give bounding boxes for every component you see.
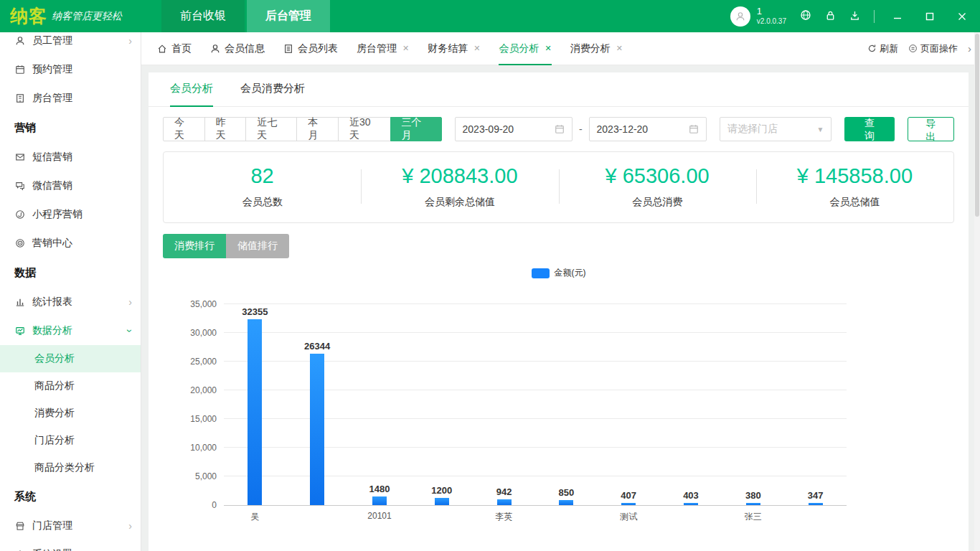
- tab-label: 会员信息: [225, 42, 265, 55]
- bar-value-label: 850: [559, 487, 575, 498]
- page-operations-button[interactable]: 页面操作: [908, 42, 958, 55]
- chart-bar[interactable]: [746, 503, 760, 505]
- legend-label: 金额(元): [555, 267, 586, 279]
- chart-plot-area: 05,00010,00015,00020,00025,00030,00035,0…: [224, 305, 847, 506]
- chevron-right-icon: ›: [128, 35, 132, 47]
- tab-close-icon[interactable]: ✕: [616, 44, 623, 53]
- vertical-scrollbar: [974, 32, 980, 551]
- date-range-separator: -: [579, 123, 583, 135]
- chart-gridline: [224, 303, 847, 304]
- start-date-input[interactable]: 2023-09-20: [455, 117, 573, 141]
- topbar-tab[interactable]: 前台收银: [161, 0, 245, 32]
- sidebar-subitem[interactable]: 消费分析: [0, 400, 141, 427]
- chart-bar[interactable]: [559, 500, 573, 505]
- refresh-button[interactable]: 刷新: [867, 42, 898, 55]
- x-axis-label: [784, 511, 847, 523]
- rank-tab[interactable]: 储值排行: [226, 234, 289, 258]
- page-tab[interactable]: 房台管理✕: [357, 32, 409, 65]
- quick-range-button[interactable]: 本月: [296, 117, 339, 141]
- sidebar-item[interactable]: 营销中心: [0, 229, 141, 258]
- sidebar-item[interactable]: 门店管理›: [0, 512, 141, 540]
- chart-bar[interactable]: [435, 498, 449, 505]
- analysis-subtab[interactable]: 会员分析: [170, 72, 213, 107]
- chart-bar[interactable]: [809, 503, 823, 505]
- logo-area: 纳客 纳客管店更轻松: [0, 0, 141, 32]
- analysis-subtab[interactable]: 会员消费分析: [240, 72, 305, 107]
- stat-value: 82: [250, 164, 273, 188]
- y-axis-tick: 25,000: [168, 357, 217, 367]
- avatar[interactable]: [730, 6, 750, 27]
- sidebar-item[interactable]: 小程序营销: [0, 200, 141, 229]
- sidebar-subitem[interactable]: 商品分析: [0, 372, 141, 400]
- minimize-icon[interactable]: [888, 7, 907, 26]
- chart-legend[interactable]: 金额(元): [149, 267, 969, 279]
- tab-close-icon[interactable]: ✕: [402, 44, 409, 53]
- rank-tab[interactable]: 消费排行: [163, 234, 226, 258]
- sidebar-section-header: 营销: [0, 113, 141, 143]
- export-button[interactable]: 导出: [908, 117, 954, 141]
- tab-close-icon[interactable]: ✕: [473, 44, 480, 53]
- quick-range-button[interactable]: 三个月: [390, 117, 442, 141]
- quick-range-button[interactable]: 今天: [163, 117, 205, 141]
- page-tab[interactable]: 消费分析✕: [570, 32, 623, 65]
- quick-range-button[interactable]: 近30天: [338, 117, 391, 141]
- sidebar-subitem[interactable]: 门店分析: [0, 427, 141, 454]
- y-axis-tick: 10,000: [168, 443, 217, 453]
- chart-bar[interactable]: [372, 496, 387, 505]
- sidebar-item-label: 员工管理: [32, 34, 72, 47]
- app-version: v2.0.0.37: [757, 17, 786, 26]
- chart-bar[interactable]: [310, 354, 324, 505]
- topbar-right: 1 v2.0.0.37: [730, 0, 980, 32]
- stat-item: ¥ 145858.00会员总储值: [756, 164, 953, 209]
- chart-bar[interactable]: [497, 499, 512, 505]
- sidebar-item[interactable]: 房台管理: [0, 84, 141, 113]
- sidebar-item[interactable]: 系统设置›: [0, 540, 141, 551]
- chart-bars: 323552634414801200942850407403380347: [224, 305, 847, 505]
- page-tab[interactable]: 首页: [157, 32, 192, 65]
- chart-bar[interactable]: [684, 503, 698, 505]
- store-select[interactable]: 请选择门店 ▼: [720, 117, 832, 141]
- sidebar-subitem[interactable]: 会员分析: [0, 345, 141, 372]
- main-area: 首页会员信息会员列表房台管理✕财务结算✕会员分析✕消费分析✕ 刷新 页面操作 ›…: [141, 32, 980, 551]
- store-select-placeholder: 请选择门店: [727, 123, 778, 136]
- end-date-input[interactable]: 2023-12-20: [589, 117, 707, 141]
- bar-value-label: 1480: [369, 484, 390, 494]
- building-icon: [14, 93, 26, 103]
- x-axis-label: 20101: [349, 511, 411, 523]
- sidebar-item[interactable]: 预约管理: [0, 55, 141, 84]
- sidebar-subitem[interactable]: 商品分类分析: [0, 454, 141, 481]
- query-button[interactable]: 查询: [844, 117, 894, 141]
- bar-value-label: 942: [496, 486, 512, 497]
- tab-close-icon[interactable]: ✕: [545, 44, 551, 53]
- close-icon[interactable]: [953, 7, 971, 26]
- sidebar-item-label: 营销中心: [32, 237, 72, 250]
- page-tab[interactable]: 财务结算✕: [428, 32, 480, 65]
- stat-label: 会员剩余总储值: [425, 196, 495, 209]
- sidebar-item[interactable]: 短信营销: [0, 143, 141, 171]
- sidebar-item-label: 系统设置: [32, 548, 72, 551]
- sidebar-section-header: 数据: [0, 258, 141, 288]
- x-axis-label: 李英: [473, 511, 535, 523]
- chevron-right-icon[interactable]: ›: [968, 42, 971, 55]
- download-icon[interactable]: [849, 10, 860, 23]
- sidebar-item-label: 统计报表: [32, 296, 72, 309]
- topbar: 纳客 纳客管店更轻松 前台收银后台管理 1 v2.0.0.37: [0, 0, 980, 32]
- globe-icon[interactable]: [800, 9, 811, 23]
- sidebar-item[interactable]: 统计报表›: [0, 288, 141, 316]
- bar-slot: 347: [784, 305, 847, 505]
- page-tab[interactable]: 会员分析✕: [499, 32, 551, 65]
- quick-range-button[interactable]: 近七天: [245, 117, 297, 141]
- chart-bar[interactable]: [248, 319, 262, 505]
- quick-range-button[interactable]: 昨天: [204, 117, 247, 141]
- chart-bar[interactable]: [621, 503, 636, 505]
- scrollbar-thumb[interactable]: [975, 34, 979, 217]
- topbar-tab[interactable]: 后台管理: [247, 0, 330, 32]
- sidebar-item[interactable]: 员工管理›: [0, 32, 141, 55]
- stat-item: 82会员总数: [164, 164, 361, 209]
- page-tab[interactable]: 会员信息: [210, 32, 265, 65]
- lock-icon[interactable]: [825, 10, 836, 23]
- maximize-icon[interactable]: [920, 7, 939, 26]
- sidebar-item[interactable]: 微信营销: [0, 171, 141, 200]
- page-tab[interactable]: 会员列表: [283, 32, 338, 65]
- sidebar-item[interactable]: 数据分析›: [0, 316, 141, 345]
